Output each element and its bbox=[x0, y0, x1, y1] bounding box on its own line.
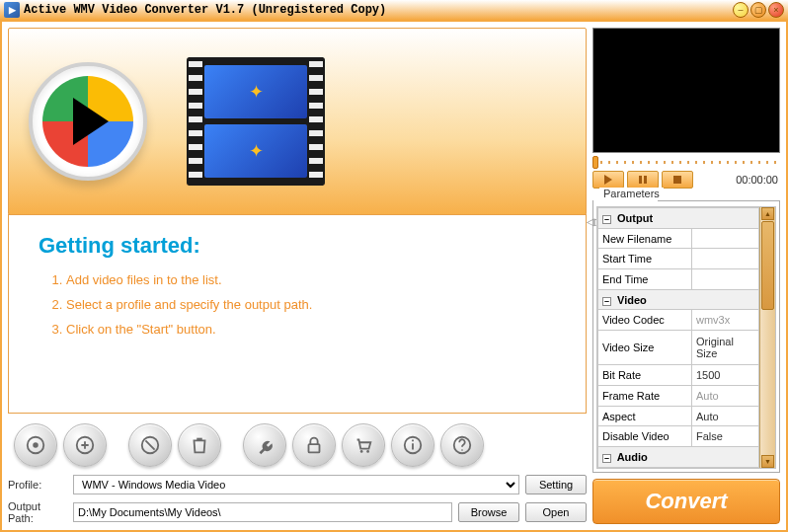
title-bar: ▶ Active WMV Video Converter V1.7 (Unreg… bbox=[0, 0, 788, 20]
profile-select[interactable]: WMV - Windows Media Video bbox=[73, 475, 519, 494]
param-value[interactable]: Auto bbox=[692, 406, 759, 426]
param-value[interactable]: False bbox=[692, 426, 759, 447]
remove-button[interactable] bbox=[128, 423, 172, 467]
svg-point-6 bbox=[366, 450, 369, 453]
param-value[interactable]: wmv3x bbox=[692, 310, 759, 331]
guide-heading: Getting started: bbox=[39, 233, 556, 259]
param-key: Frame Rate bbox=[598, 386, 692, 407]
svg-rect-11 bbox=[673, 176, 681, 184]
app-icon: ▶ bbox=[4, 2, 20, 18]
help-button[interactable] bbox=[440, 423, 484, 467]
buy-button[interactable] bbox=[342, 423, 385, 467]
getting-started-panel: Getting started: Add video files in to t… bbox=[8, 214, 587, 414]
close-button[interactable]: × bbox=[768, 2, 784, 18]
add-file-button[interactable] bbox=[14, 423, 57, 467]
convert-button[interactable]: Convert bbox=[592, 479, 780, 524]
param-value[interactable] bbox=[692, 249, 759, 269]
svg-point-1 bbox=[33, 442, 39, 448]
param-key: New Filename bbox=[598, 228, 692, 249]
guide-step: Select a profile and specify the output … bbox=[66, 297, 556, 312]
maximize-button[interactable]: ▢ bbox=[750, 2, 766, 18]
add-folder-button[interactable] bbox=[63, 423, 107, 467]
param-value[interactable]: 1500 bbox=[692, 365, 759, 386]
param-key: Aspect bbox=[598, 406, 692, 426]
play-icon bbox=[73, 98, 109, 145]
seek-slider[interactable] bbox=[592, 153, 780, 171]
app-logo bbox=[29, 62, 147, 181]
svg-rect-4 bbox=[309, 444, 320, 452]
clear-button[interactable] bbox=[178, 423, 221, 467]
scrollbar[interactable]: ▲▼ bbox=[759, 207, 775, 468]
param-value[interactable]: Auto bbox=[692, 386, 759, 407]
pause-button[interactable] bbox=[627, 171, 659, 189]
play-button[interactable] bbox=[592, 171, 624, 189]
param-group-header[interactable]: – Audio bbox=[598, 447, 759, 468]
output-path-input[interactable] bbox=[73, 502, 452, 522]
svg-rect-9 bbox=[639, 176, 642, 184]
window-title: Active WMV Video Converter V1.7 (Unregis… bbox=[24, 3, 386, 17]
param-group-header[interactable]: – Output bbox=[598, 208, 759, 229]
settings-button[interactable] bbox=[243, 423, 286, 467]
guide-step: Click on the "Start" button. bbox=[66, 322, 556, 337]
guide-step: Add video files in to the list. bbox=[66, 272, 556, 287]
parameters-panel: Parameters ◁▷ – OutputNew FilenameStart … bbox=[592, 194, 780, 473]
minimize-button[interactable]: – bbox=[733, 2, 749, 18]
toolbar bbox=[8, 414, 587, 471]
param-key: Video Size bbox=[598, 331, 692, 365]
param-value[interactable]: Original Size bbox=[692, 331, 759, 365]
param-key: End Time bbox=[598, 269, 692, 290]
param-group-header[interactable]: – Video bbox=[598, 289, 759, 310]
param-value[interactable] bbox=[692, 228, 759, 249]
stop-button[interactable] bbox=[662, 171, 693, 189]
video-preview bbox=[592, 28, 780, 153]
output-path-label: Output Path: bbox=[8, 500, 67, 524]
param-key: Video Codec bbox=[598, 310, 692, 331]
param-key: Disable Video bbox=[598, 426, 692, 447]
parameters-legend: Parameters bbox=[599, 188, 664, 199]
param-value[interactable] bbox=[692, 269, 759, 290]
setting-button[interactable]: Setting bbox=[525, 475, 587, 494]
timecode: 00:00:00 bbox=[696, 174, 780, 186]
profile-label: Profile: bbox=[8, 479, 67, 491]
banner: ✦✦ bbox=[8, 28, 587, 215]
film-strip-icon: ✦✦ bbox=[187, 57, 325, 186]
browse-button[interactable]: Browse bbox=[458, 502, 519, 522]
lock-button[interactable] bbox=[292, 423, 336, 467]
svg-point-5 bbox=[360, 450, 363, 453]
param-key: Start Time bbox=[598, 249, 692, 269]
svg-rect-10 bbox=[644, 176, 647, 184]
parameters-table[interactable]: – OutputNew FilenameStart TimeEnd Time– … bbox=[597, 207, 759, 468]
about-button[interactable] bbox=[391, 423, 434, 467]
param-key: Bit Rate bbox=[598, 365, 692, 386]
open-button[interactable]: Open bbox=[525, 502, 587, 522]
